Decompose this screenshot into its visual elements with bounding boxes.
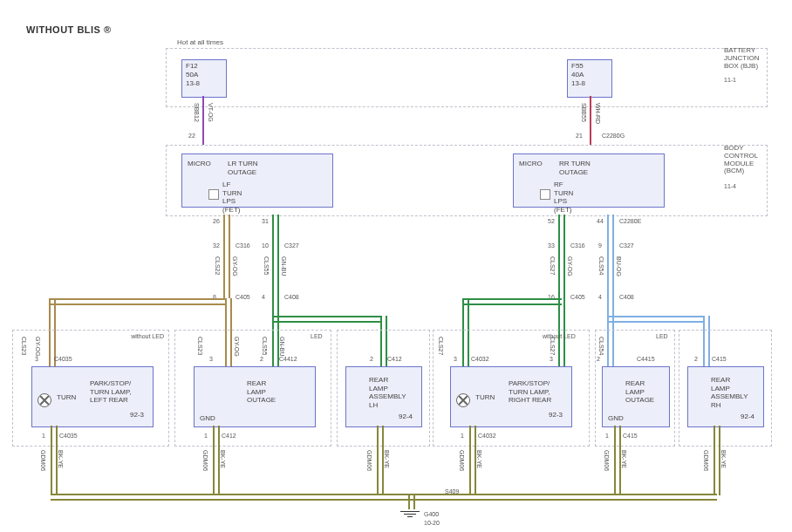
gdm06-b: GDM06 [202,450,208,471]
pin-3a: 3 [35,356,38,362]
pin-3c: 3 [454,356,457,362]
c316-1: C316 [236,242,250,249]
rear-lamp-assembly-rh: REAR LAMP ASSEMBLY RH 92-4 [687,366,764,427]
bjb-group [166,48,768,107]
g400: G400 [424,511,439,517]
cls27l: CLS27 [550,256,556,275]
gdm06-a: GDM06 [40,450,46,471]
c4415: C4415 [637,356,655,362]
pin-22: 22 [188,133,195,139]
gyog-1: GY-OG [232,256,238,276]
pin1-b: 1 [204,433,208,439]
bkye-f: BK-YE [720,450,727,468]
wire-blue-h [607,316,705,323]
bjb-ref: 11-1 [724,77,736,83]
without-led-2: without LED [543,333,576,339]
c4035a: C4035 [54,356,72,362]
wire-green-h2 [272,316,382,323]
ground-stem [408,495,415,509]
fuse-f12: F12 50A 13-8 [181,59,227,98]
cls22l: CLS22 [215,256,221,275]
lamp-icon [456,393,470,407]
gyog-b: GY-OG [234,337,240,357]
gdm06-d: GDM06 [459,450,465,471]
s409: S409 [445,488,459,494]
led-2: LED [656,333,668,339]
c2280e: C2280E [619,218,641,224]
pin-4b: 4 [598,294,602,300]
bcm-right-box: MICRO RR TURN OUTAGE RF TURN LPS (FET) [513,153,665,208]
pin-10: 10 [262,242,269,249]
cls23-a: CLS23 [21,337,27,355]
cls54-c: CLS54 [598,337,604,355]
pin1-d: 1 [605,433,609,439]
gnd5 [614,426,621,495]
gnd3 [377,426,384,495]
lamp-icon [38,393,51,407]
cls55l: CLS55 [263,256,270,275]
c316-2: C316 [570,242,585,249]
pin-3d: 3 [550,356,553,362]
c327-1: C327 [284,242,299,249]
bcm-ref: 11-4 [724,183,736,189]
fet-icon [540,189,550,200]
c4412: C4412 [279,356,297,362]
gnbu-1: GN-BU [281,256,287,276]
c405-2: C405 [570,294,585,300]
whrd-label: WH-RD [595,103,601,124]
gdm06-c: GDM06 [366,450,372,471]
sbb55-label: SBB55 [581,103,587,122]
bcm-label: BODY CONTROL MODULE (BCM) [724,145,758,175]
pin-2c: 2 [597,356,600,362]
diagram-title: WITHOUT BLIS ® [26,24,112,35]
park-stop-turn-right: TURN PARK/STOP/ TURN LAMP, RIGHT REAR 92… [450,366,572,427]
cls27-c: CLS27 [550,337,556,355]
c412b: C412 [222,433,236,439]
rear-lamp-assembly-lh: REAR LAMP ASSEMBLY LH 92-4 [345,366,422,427]
c4032a: C4032 [471,356,489,362]
cls55-b: CLS55 [262,337,268,355]
sbb12-label: SBB12 [194,103,200,122]
park-stop-turn-left: TURN PARK/STOP/ TURN LAMP, LEFT REAR 92-… [31,366,154,427]
gnd2 [213,426,220,495]
c405-1: C405 [236,294,250,300]
rear-lamp-outage-right: REAR LAMP OUTAGE GND [602,366,670,427]
pin-31: 31 [262,218,269,224]
ground-bus [51,494,717,501]
cls23-b: CLS23 [197,337,203,355]
wire-green-h3 [462,298,562,305]
hot-at-all-times-label: Hot at all times [177,38,223,46]
led-1: LED [311,333,323,339]
pin-2a: 2 [260,356,263,362]
gdm06-f: GDM06 [703,450,709,471]
cls54l: CLS54 [598,256,604,275]
without-led-1: without LED [131,333,164,339]
pin-26: 26 [213,218,220,224]
wire-sbb55 [590,96,591,145]
gnd4 [469,426,476,495]
wire-cls27 [558,215,565,298]
pin-33: 33 [548,242,555,249]
c415a: C415 [712,356,727,362]
wire-cls22 [223,215,230,298]
pin-4a: 4 [262,294,265,300]
gdm06-e: GDM06 [604,450,610,471]
gnd1 [51,426,58,495]
pin-44: 44 [597,218,604,224]
gyog-a: GY-OG [35,337,41,357]
bkye-d: BK-YE [476,450,482,468]
pin-32: 32 [213,242,220,249]
pin1-c: 1 [461,433,464,439]
bkye-b: BK-YE [220,450,226,468]
c327-2: C327 [619,242,634,249]
pin-3b: 3 [209,356,213,362]
c415b: C415 [623,433,638,439]
fuse-f55: F55 40A 13-8 [567,59,612,98]
wire-sbb12 [202,96,204,145]
buog-1: BU-OG [616,256,622,276]
pin1-a: 1 [42,433,45,439]
bkye-a: BK-YE [58,450,64,468]
c2280g: C2280G [602,133,625,139]
c408-2: C408 [619,294,634,300]
wiring-diagram: { "title": "WITHOUT BLIS ®", "notes": { … [0,0,792,532]
